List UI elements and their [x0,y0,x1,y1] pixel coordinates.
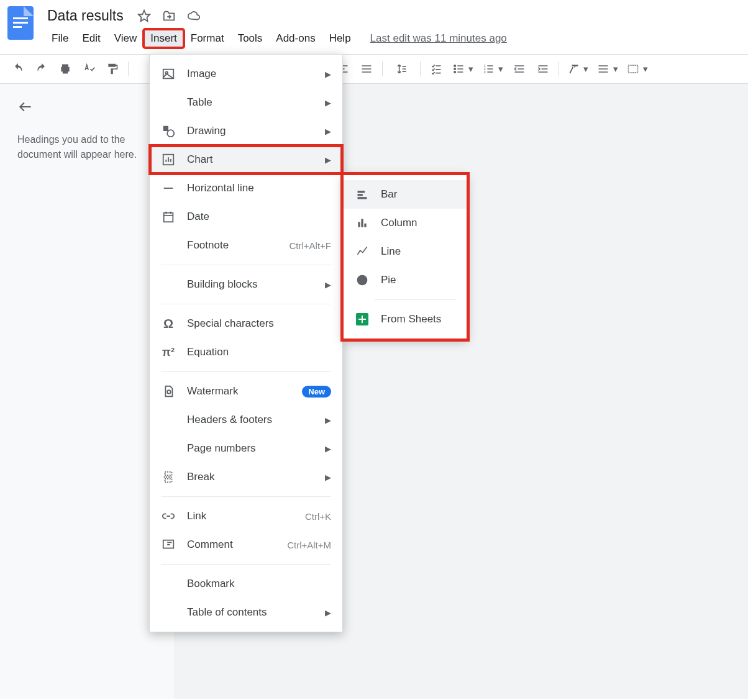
pie-chart-icon [355,273,370,288]
cloud-status-icon[interactable] [187,9,201,23]
chart-from-sheets[interactable]: From Sheets [344,305,467,334]
blank-icon [161,576,176,591]
insert-bookmark[interactable]: Bookmark [150,570,342,598]
submenu-arrow-icon: ▶ [325,473,331,482]
insert-headers-footers[interactable]: Headers & footers ▶ [150,406,342,434]
insert-footnote[interactable]: Footnote Ctrl+Alt+F [150,231,342,260]
menu-label: Horizontal line [187,182,331,194]
insert-chart[interactable]: Chart ▶ [150,145,342,174]
menu-label: Pie [381,274,455,286]
line-spacing-button[interactable] [388,60,415,78]
svg-rect-10 [163,126,168,131]
insert-link[interactable]: Link Ctrl+K [150,502,342,530]
menu-separator [161,304,331,304]
insert-table[interactable]: Table ▶ [150,88,342,117]
svg-rect-19 [358,222,360,227]
menu-help[interactable]: Help [322,29,358,48]
document-title[interactable]: Data results [45,7,126,24]
numbered-list-button[interactable]: 123▾ [479,60,506,78]
menu-label: Drawing [187,125,325,137]
chart-type-bar[interactable]: Bar [344,180,467,209]
outline-collapse-button[interactable] [17,99,162,115]
insert-page-numbers[interactable]: Page numbers ▶ [150,434,342,463]
move-folder-icon[interactable] [162,9,176,23]
redo-button[interactable] [31,60,52,78]
checklist-button[interactable] [426,60,447,78]
menubar: File Edit View Insert Format Tools Add-o… [45,29,748,48]
menu-view[interactable]: View [107,29,144,48]
insert-special-characters[interactable]: Ω Special characters [150,309,342,338]
chart-type-line[interactable]: Line [344,237,467,266]
menu-label: Link [187,510,305,522]
border-button[interactable]: ▾ [594,60,621,78]
svg-rect-13 [164,213,173,222]
toolbar: ▾ 123▾ ▾ ▾ ▾ [0,55,748,83]
spellcheck-button[interactable] [78,60,99,78]
menu-label: Line [381,245,455,258]
menu-edit[interactable]: Edit [75,29,107,48]
submenu-arrow-icon: ▶ [325,127,331,136]
svg-point-1 [454,65,456,67]
caret-down-icon: ▾ [468,63,473,75]
calendar-icon [161,209,176,224]
menu-format[interactable]: Format [184,29,231,48]
submenu-arrow-icon: ▶ [325,280,331,289]
last-edit-link[interactable]: Last edit was 11 minutes ago [370,32,507,45]
svg-rect-16 [358,191,365,193]
decrease-indent-button[interactable] [509,60,530,78]
menu-file[interactable]: File [45,29,75,48]
increase-indent-button[interactable] [532,60,554,78]
insert-comment[interactable]: Comment Ctrl+Alt+M [150,530,342,559]
insert-watermark[interactable]: Watermark New [150,377,342,406]
more-options-button[interactable]: ▾ [624,60,651,78]
paint-format-button[interactable] [102,60,123,78]
insert-date[interactable]: Date [150,202,342,231]
chart-type-pie[interactable]: Pie [344,266,467,294]
insert-equation[interactable]: π² Equation [150,338,342,366]
watermark-icon [161,384,176,399]
menu-separator [161,496,331,497]
insert-horizontal-line[interactable]: Horizontal line [150,174,342,202]
outline-placeholder-text: Headings you add to the document will ap… [17,132,162,162]
submenu-arrow-icon: ▶ [325,416,331,425]
sheets-icon [355,312,370,327]
link-icon [161,509,176,524]
image-icon [161,66,176,81]
menu-label: Equation [187,346,331,358]
docs-logo[interactable] [7,6,34,40]
menu-label: Bar [381,188,455,201]
insert-building-blocks[interactable]: Building blocks ▶ [150,270,342,299]
menu-separator [161,265,331,265]
chart-icon [161,152,176,167]
svg-point-14 [167,390,171,394]
blank-icon [161,605,176,620]
clear-formatting-button[interactable]: ▾ [564,60,591,78]
bulleted-list-button[interactable]: ▾ [449,60,477,78]
submenu-arrow-icon: ▶ [325,608,331,617]
insert-image[interactable]: Image ▶ [150,60,342,88]
insert-break[interactable]: Break ▶ [150,463,342,491]
shortcut-text: Ctrl+Alt+M [287,540,331,550]
star-icon[interactable] [137,9,151,23]
blank-icon [161,412,176,427]
menu-tools[interactable]: Tools [231,29,270,48]
menu-label: Date [187,211,331,223]
menu-label: Break [187,471,325,483]
menu-addons[interactable]: Add-ons [269,29,322,48]
caret-down-icon: ▾ [613,63,618,75]
print-button[interactable] [55,60,76,78]
align-justify-button[interactable] [356,60,377,78]
toolbar-separator [382,61,383,76]
shortcut-text: Ctrl+Alt+F [289,240,331,251]
line-chart-icon [355,244,370,259]
chart-type-column[interactable]: Column [344,209,467,237]
menu-label: Watermark [187,385,302,398]
menu-insert[interactable]: Insert [144,29,184,48]
insert-drawing[interactable]: Drawing ▶ [150,117,342,145]
svg-rect-21 [364,224,366,227]
menu-label: Comment [187,539,287,551]
menu-separator [375,299,455,300]
undo-button[interactable] [7,60,29,78]
insert-table-of-contents[interactable]: Table of contents ▶ [150,598,342,627]
blank-icon [161,95,176,110]
